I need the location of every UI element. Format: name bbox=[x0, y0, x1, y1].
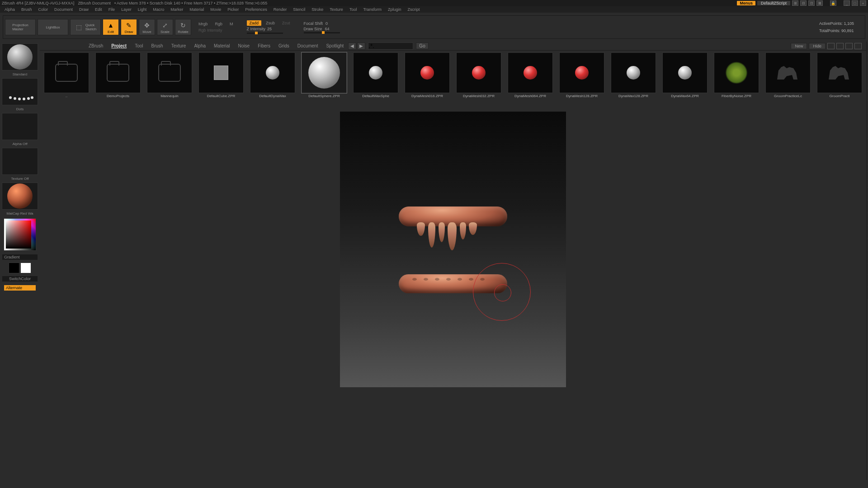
rgb-toggle[interactable]: Rgb bbox=[212, 21, 226, 27]
z-intensity-value[interactable]: 25 bbox=[267, 27, 272, 31]
hide-button[interactable]: Hide bbox=[809, 43, 826, 49]
stroke-thumbnail[interactable] bbox=[2, 78, 38, 105]
mrgb-toggle[interactable]: Mrgb bbox=[196, 21, 211, 27]
nav-next-icon[interactable]: ▶ bbox=[357, 42, 365, 50]
menu-zplugin[interactable]: Zplugin bbox=[385, 7, 404, 12]
scale-mode-button[interactable]: ⤢Scale bbox=[157, 19, 173, 35]
lightbox-item[interactable]: GroomPracti bbox=[815, 52, 864, 101]
alternate-button[interactable]: Alternate bbox=[4, 285, 36, 291]
tab-alpha[interactable]: Alpha bbox=[190, 42, 209, 49]
zsub-toggle[interactable]: Zsub bbox=[263, 20, 278, 26]
lightbox-button[interactable]: LightBox bbox=[38, 19, 68, 35]
switch-color-button[interactable]: SwitchColor bbox=[2, 276, 38, 282]
default-zscript-button[interactable]: DefaultZScript bbox=[757, 1, 790, 5]
brush-thumbnail[interactable] bbox=[2, 43, 38, 70]
draw-size-slider[interactable]: .slider-bar[data-name="draw-size-slider"… bbox=[304, 32, 340, 33]
maximize-icon[interactable]: □ bbox=[852, 0, 858, 6]
nav-prev-icon[interactable]: ◀ bbox=[348, 42, 356, 50]
lightbox-item[interactable]: FiberByNoise.ZPR bbox=[712, 52, 761, 101]
lightbox-item[interactable]: DynaMesh032.ZPR bbox=[454, 52, 504, 101]
alpha-thumbnail[interactable] bbox=[2, 113, 38, 140]
lightbox-item[interactable]: GroomPracticeLc bbox=[763, 52, 813, 101]
minimize-icon[interactable]: _ bbox=[844, 0, 850, 6]
draw-mode-button[interactable]: ✎Draw bbox=[121, 19, 137, 35]
tab-project[interactable]: Project bbox=[108, 42, 130, 49]
tab-fibers[interactable]: Fibers bbox=[254, 42, 274, 49]
lightbox-item[interactable]: DynaWax64.ZPR bbox=[660, 52, 710, 101]
new-button[interactable]: New bbox=[791, 43, 807, 49]
tab-grids[interactable]: Grids bbox=[275, 42, 293, 49]
menu-zscript[interactable]: Zscript bbox=[405, 7, 423, 12]
lightbox-item[interactable]: DefaultCube.ZPR bbox=[196, 52, 246, 101]
zadd-toggle[interactable]: Zadd bbox=[247, 20, 262, 26]
tab-zbrush[interactable]: ZBrush bbox=[85, 42, 107, 49]
menu-alpha[interactable]: Alpha bbox=[2, 7, 18, 12]
menu-edit[interactable]: Edit bbox=[92, 7, 105, 12]
quick-sketch-button[interactable]: ⬚Quick Sketch bbox=[70, 19, 101, 35]
zcut-toggle[interactable]: Zcut bbox=[279, 20, 293, 26]
view-mode-icon-0[interactable] bbox=[827, 43, 835, 49]
menu-preferences[interactable]: Preferences bbox=[242, 7, 270, 12]
focal-shift-value[interactable]: 0 bbox=[326, 21, 328, 26]
tab-document[interactable]: Document bbox=[294, 42, 322, 49]
window-layout-icon-2[interactable]: ⊟ bbox=[800, 0, 807, 6]
lightbox-item[interactable]: .. bbox=[42, 52, 91, 101]
material-thumbnail[interactable] bbox=[2, 183, 38, 210]
move-mode-button[interactable]: ✥Move bbox=[139, 19, 155, 35]
draw-size-value[interactable]: 64 bbox=[325, 27, 330, 31]
window-layout-icon-3[interactable]: ⊡ bbox=[808, 0, 815, 6]
menu-layer[interactable]: Layer bbox=[118, 7, 134, 12]
menu-brush[interactable]: Brush bbox=[19, 7, 35, 12]
menu-material[interactable]: Material bbox=[187, 7, 207, 12]
tab-texture[interactable]: Texture bbox=[168, 42, 190, 49]
window-layout-icon-1[interactable]: ⊞ bbox=[792, 0, 798, 6]
menu-file[interactable]: File bbox=[106, 7, 118, 12]
tab-brush[interactable]: Brush bbox=[148, 42, 167, 49]
menu-picker[interactable]: Picker bbox=[225, 7, 241, 12]
menu-light[interactable]: Light bbox=[135, 7, 150, 12]
tab-tool[interactable]: Tool bbox=[131, 42, 146, 49]
lightbox-item[interactable]: DemoProjects bbox=[93, 52, 143, 101]
tab-spotlight[interactable]: Spotlight bbox=[322, 42, 347, 49]
menus-button[interactable]: Menus bbox=[737, 1, 755, 5]
close-icon[interactable]: × bbox=[860, 0, 866, 6]
m-toggle[interactable]: M bbox=[227, 21, 236, 27]
tab-noise[interactable]: Noise bbox=[235, 42, 254, 49]
primary-color-swatch[interactable] bbox=[20, 263, 31, 273]
menu-movie[interactable]: Movie bbox=[208, 7, 224, 12]
menu-render[interactable]: Render bbox=[271, 7, 290, 12]
lightbox-item[interactable]: DynaMesh064.ZPR bbox=[505, 52, 555, 101]
menu-draw[interactable]: Draw bbox=[76, 7, 91, 12]
canvas-area[interactable] bbox=[40, 103, 866, 480]
menu-macro[interactable]: Macro bbox=[150, 7, 167, 12]
tab-material[interactable]: Material bbox=[210, 42, 234, 49]
color-picker[interactable] bbox=[4, 218, 36, 251]
search-input[interactable] bbox=[368, 42, 413, 50]
go-button[interactable]: Go bbox=[416, 42, 428, 49]
lightbox-item[interactable]: DefaultDynaWax bbox=[248, 52, 297, 101]
lightbox-item[interactable]: DynaWax128.ZPR bbox=[609, 52, 658, 101]
menu-transform[interactable]: Transform bbox=[360, 7, 384, 12]
edit-mode-button[interactable]: ▲Edit bbox=[103, 19, 119, 35]
view-mode-icon-3[interactable] bbox=[854, 43, 862, 49]
menu-stencil[interactable]: Stencil bbox=[290, 7, 308, 12]
lightbox-item[interactable]: DynaMesh016.ZPR bbox=[402, 52, 452, 101]
lightbox-item[interactable]: DefaultWaxSphe bbox=[351, 52, 401, 101]
menu-stroke[interactable]: Stroke bbox=[309, 7, 326, 12]
document-viewport[interactable] bbox=[340, 112, 566, 387]
secondary-color-swatch[interactable] bbox=[9, 263, 19, 273]
menu-marker[interactable]: Marker bbox=[168, 7, 186, 12]
lightbox-item[interactable]: DynaMesh128.ZPR bbox=[557, 52, 607, 101]
menu-document[interactable]: Document bbox=[52, 7, 75, 12]
lightbox-item[interactable]: Mannequin bbox=[145, 52, 194, 101]
menu-tool[interactable]: Tool bbox=[347, 7, 360, 12]
rotate-mode-button[interactable]: ↻Rotate bbox=[175, 19, 191, 35]
z-intensity-slider[interactable]: .slider-bar[data-name="z-intensity-slide… bbox=[247, 33, 283, 34]
projection-master-button[interactable]: Projection Master bbox=[5, 19, 36, 35]
window-layout-icon-4[interactable]: ⊠ bbox=[816, 0, 823, 6]
menu-texture[interactable]: Texture bbox=[327, 7, 346, 12]
menu-color[interactable]: Color bbox=[36, 7, 51, 12]
lightbox-item[interactable]: DefaultSphere.ZPR bbox=[299, 52, 349, 101]
view-mode-icon-2[interactable] bbox=[845, 43, 853, 49]
lock-icon[interactable]: 🔒 bbox=[830, 0, 836, 6]
